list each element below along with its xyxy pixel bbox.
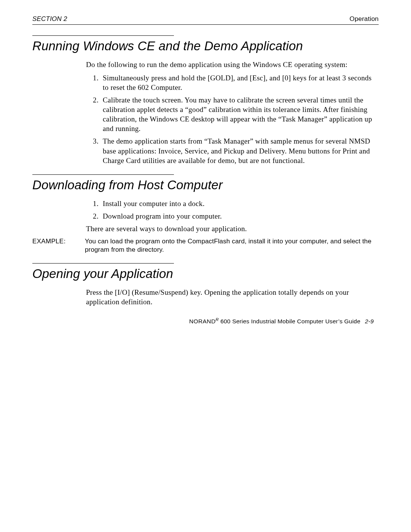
footer-brand: NORAND <box>189 318 216 324</box>
example-body: You can load the program onto the Compac… <box>85 237 374 254</box>
list-item: Calibrate the touch screen. You may have… <box>100 95 374 133</box>
footer-page-number: 2-9 <box>365 318 374 324</box>
example-label: EXAMPLE: <box>32 237 85 254</box>
list-item: The demo application starts from “Task M… <box>100 136 374 165</box>
header-right: Operation <box>350 15 379 23</box>
section-body: Do the following to run the demo applica… <box>86 60 374 69</box>
section-rule <box>32 263 174 264</box>
list-item: Simultaneously press and hold the [GOLD]… <box>100 73 374 92</box>
header-rule <box>32 24 379 25</box>
ordered-list: Install your computer into a dock. Downl… <box>86 199 374 221</box>
section-heading-running-windows-ce: Running Windows CE and the Demo Applicat… <box>32 39 379 54</box>
page-footer: NORANDR 600 Series Industrial Mobile Com… <box>0 317 374 325</box>
paragraph: Press the [I/O] (Resume/Suspend) key. Op… <box>86 288 374 307</box>
footer-text: 600 Series Industrial Mobile Computer Us… <box>219 318 360 324</box>
header-left: SECTION 2 <box>32 15 67 23</box>
paragraph: There are several ways to download your … <box>86 224 374 233</box>
running-header: SECTION 2 Operation <box>32 15 379 23</box>
section-rule <box>32 35 174 36</box>
footer-trademark: R <box>216 317 219 322</box>
section-heading-opening: Opening your Application <box>32 267 379 281</box>
section-body: There are several ways to download your … <box>86 224 374 233</box>
document-page: SECTION 2 Operation Running Windows CE a… <box>0 0 411 325</box>
section-rule <box>32 174 174 175</box>
paragraph: Do the following to run the demo applica… <box>86 60 374 69</box>
ordered-list: Simultaneously press and hold the [GOLD]… <box>86 73 374 165</box>
section-body: Press the [I/O] (Resume/Suspend) key. Op… <box>86 288 374 307</box>
list-item: Download program into your computer. <box>100 211 374 221</box>
example-row: EXAMPLE: You can load the program onto t… <box>32 237 374 254</box>
section-heading-downloading: Downloading from Host Computer <box>32 178 379 193</box>
list-item: Install your computer into a dock. <box>100 199 374 208</box>
